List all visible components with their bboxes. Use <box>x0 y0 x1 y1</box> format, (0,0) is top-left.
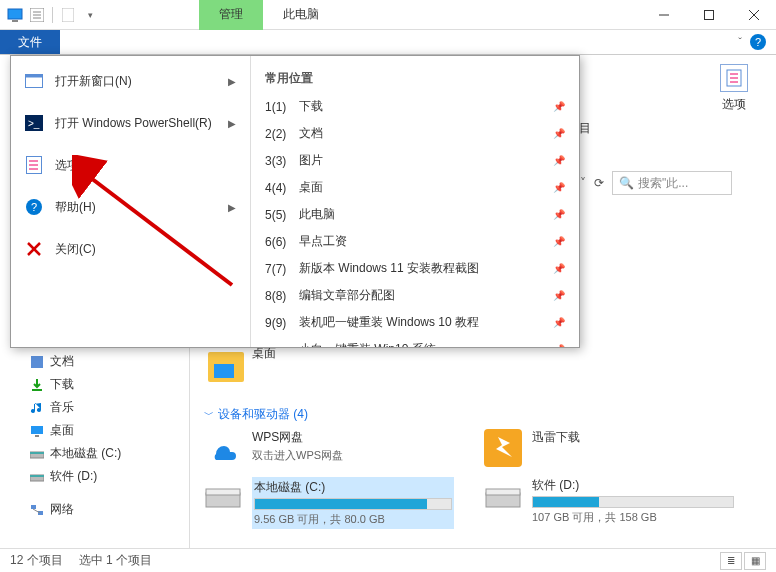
svg-rect-28 <box>31 356 43 368</box>
view-icons-button[interactable]: ▦ <box>744 552 766 570</box>
pin-icon[interactable]: 📌 <box>553 263 565 274</box>
freq-item[interactable]: 9(9) 装机吧一键重装 Windows 10 教程 📌 <box>251 309 579 336</box>
freq-num: 3(3) <box>265 154 293 168</box>
menu-item-options[interactable]: 选项 <box>11 144 250 186</box>
pin-icon[interactable]: 📌 <box>553 344 565 347</box>
tree-item[interactable]: 音乐 <box>30 396 183 419</box>
view-details-button[interactable]: ≣ <box>720 552 742 570</box>
tree-item[interactable]: 文档 <box>30 350 183 373</box>
ribbon-options-group: 选项 <box>610 60 760 117</box>
freq-num: 6(6) <box>265 235 293 249</box>
freq-item[interactable]: 5(5) 此电脑 📌 <box>251 201 579 228</box>
section-label: 设备和驱动器 (4) <box>218 406 308 423</box>
device-name: WPS网盘 <box>252 429 454 446</box>
menu-item-close[interactable]: 关闭(C) <box>11 228 250 270</box>
pin-icon[interactable]: 📌 <box>553 128 565 139</box>
collapse-ribbon-icon[interactable]: ˇ <box>738 36 742 48</box>
freq-item[interactable]: 小白一键重装 Win10 系统 📌 <box>251 336 579 347</box>
tree-label: 本地磁盘 (C:) <box>50 445 121 462</box>
freq-item[interactable]: 6(6) 早点工资 📌 <box>251 228 579 255</box>
freq-item[interactable]: 3(3) 图片 📌 <box>251 147 579 174</box>
pin-icon[interactable]: 📌 <box>553 209 565 220</box>
disk-icon <box>30 449 44 459</box>
freq-header: 常用位置 <box>251 64 579 93</box>
minimize-button[interactable] <box>641 0 686 30</box>
freq-label: 桌面 <box>299 179 323 196</box>
freq-num: 7(7) <box>265 262 293 276</box>
svg-rect-0 <box>8 9 22 19</box>
freq-item[interactable]: 4(4) 桌面 📌 <box>251 174 579 201</box>
device-tile[interactable]: WPS网盘 双击进入WPS网盘 <box>204 429 454 467</box>
thispc-icon <box>6 6 24 24</box>
pin-icon[interactable]: 📌 <box>553 317 565 328</box>
section-devices[interactable]: ﹀ 设备和驱动器 (4) <box>204 400 762 429</box>
device-tile[interactable]: 软件 (D:) 107 GB 可用，共 158 GB <box>484 477 734 529</box>
powershell-icon: >_ <box>25 114 43 132</box>
tree-item[interactable]: 下载 <box>30 373 183 396</box>
file-menu-right: 常用位置 1(1) 下载 📌2(2) 文档 📌3(3) 图片 📌4(4) 桌面 … <box>251 56 579 347</box>
tree-item[interactable]: 桌面 <box>30 419 183 442</box>
freq-item[interactable]: 2(2) 文档 📌 <box>251 120 579 147</box>
close-button[interactable] <box>731 0 776 30</box>
freq-label: 早点工资 <box>299 233 347 250</box>
ribbon-options-label: 选项 <box>722 96 746 113</box>
help-icon[interactable]: ? <box>750 34 766 50</box>
help-icon: ? <box>25 198 43 216</box>
file-tab[interactable]: 文件 <box>0 30 60 54</box>
svg-rect-30 <box>31 426 43 434</box>
file-menu: 打开新窗口(N) ▶ >_ 打开 Windows PowerShell(R) ▶… <box>10 55 580 348</box>
freq-label: 此电脑 <box>299 206 335 223</box>
options-icon[interactable] <box>720 64 748 92</box>
pin-icon[interactable]: 📌 <box>553 236 565 247</box>
freq-label: 装机吧一键重装 Windows 10 教程 <box>299 314 479 331</box>
device-icon <box>484 477 522 515</box>
freq-label: 编辑文章部分配图 <box>299 287 395 304</box>
freq-item[interactable]: 1(1) 下载 📌 <box>251 93 579 120</box>
svg-text:>_: >_ <box>28 118 40 129</box>
svg-text:?: ? <box>31 201 37 213</box>
device-tile[interactable]: 本地磁盘 (C:) 9.56 GB 可用，共 80.0 GB <box>204 477 454 529</box>
dropdown-icon[interactable]: ▾ <box>81 6 99 24</box>
menu-label: 打开 Windows PowerShell(R) <box>55 115 212 132</box>
menu-item-new-window[interactable]: 打开新窗口(N) ▶ <box>11 60 250 102</box>
maximize-button[interactable] <box>686 0 731 30</box>
tree-item[interactable]: 软件 (D:) <box>30 465 183 488</box>
freq-label: 新版本 Windows 11 安装教程截图 <box>299 260 479 277</box>
svg-rect-35 <box>30 475 44 477</box>
freq-label: 图片 <box>299 152 323 169</box>
menu-item-powershell[interactable]: >_ 打开 Windows PowerShell(R) ▶ <box>11 102 250 144</box>
freq-num: 5(5) <box>265 208 293 222</box>
close-icon <box>25 240 43 258</box>
search-field[interactable]: 🔍 搜索"此... <box>612 171 732 195</box>
pin-icon[interactable]: 📌 <box>553 182 565 193</box>
menu-label: 打开新窗口(N) <box>55 73 132 90</box>
menu-label: 关闭(C) <box>55 241 96 258</box>
status-selected: 选中 1 个项目 <box>79 552 152 569</box>
chevron-down-icon: ﹀ <box>204 408 214 422</box>
pin-icon[interactable]: 📌 <box>553 101 565 112</box>
refresh-icon[interactable]: ⟳ <box>594 176 604 190</box>
svg-rect-31 <box>35 435 39 437</box>
tree-item[interactable]: 网络 <box>30 498 183 521</box>
freq-item[interactable]: 7(7) 新版本 Windows 11 安装教程截图 📌 <box>251 255 579 282</box>
device-sub: 107 GB 可用，共 158 GB <box>532 510 734 525</box>
pin-icon[interactable]: 📌 <box>553 290 565 301</box>
pin-icon[interactable]: 📌 <box>553 155 565 166</box>
download-icon <box>30 378 44 392</box>
menu-item-help[interactable]: ? 帮助(H) ▶ <box>11 186 250 228</box>
device-tile[interactable]: 迅雷下载 <box>484 429 734 467</box>
doc-icon[interactable] <box>59 6 77 24</box>
dropdown-icon[interactable]: ˅ <box>580 176 586 190</box>
tree-item[interactable]: 本地磁盘 (C:) <box>30 442 183 465</box>
freq-num: 4(4) <box>265 181 293 195</box>
svg-rect-36 <box>31 505 36 509</box>
tab-thispc[interactable]: 此电脑 <box>263 0 339 30</box>
tab-manage[interactable]: 管理 <box>199 0 263 30</box>
freq-num: 1(1) <box>265 100 293 114</box>
svg-rect-43 <box>486 489 520 495</box>
chevron-right-icon: ▶ <box>228 202 236 213</box>
freq-item[interactable]: 8(8) 编辑文章部分配图 📌 <box>251 282 579 309</box>
device-sub: 双击进入WPS网盘 <box>252 448 454 463</box>
checklist-icon[interactable] <box>28 6 46 24</box>
tree-label: 桌面 <box>50 422 74 439</box>
